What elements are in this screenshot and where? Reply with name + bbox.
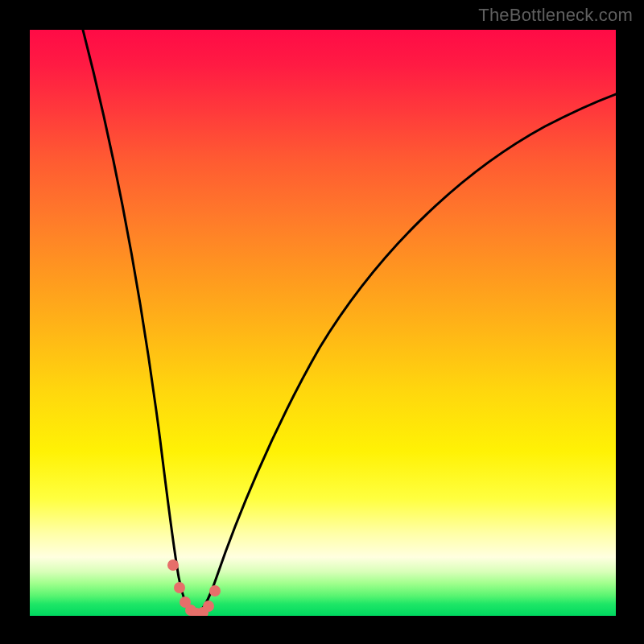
chart-frame: TheBottleneck.com bbox=[0, 0, 644, 644]
bottleneck-curve bbox=[83, 30, 616, 613]
curve-layer bbox=[30, 30, 616, 616]
curve-marker bbox=[167, 559, 179, 571]
curve-marker bbox=[209, 585, 221, 597]
plot-area bbox=[30, 30, 616, 616]
curve-marker bbox=[203, 601, 214, 612]
marker-group bbox=[167, 559, 221, 616]
curve-marker bbox=[174, 582, 185, 593]
watermark-text: TheBottleneck.com bbox=[478, 5, 633, 26]
